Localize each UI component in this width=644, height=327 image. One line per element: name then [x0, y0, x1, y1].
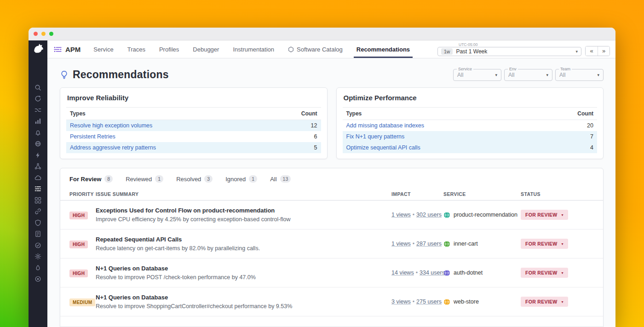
chevron-down-icon: ▾	[562, 242, 564, 246]
priority-badge: MEDIUM	[69, 298, 95, 306]
recommendation-type-row[interactable]: Address aggressive retry patterns 5	[66, 142, 321, 153]
metrics-icon[interactable]	[29, 116, 47, 127]
network-icon[interactable]	[29, 161, 47, 172]
service-link[interactable]: inner-cart	[443, 241, 521, 247]
type-link[interactable]: Add missing database indexes	[346, 122, 425, 129]
status-dropdown[interactable]: FOR REVIEW▾	[521, 239, 568, 249]
service-filter-label: Service	[457, 67, 473, 71]
issue-description: Resolve to improve ShoppingCartControlle…	[96, 303, 391, 310]
nav-debugger[interactable]: Debugger	[193, 40, 219, 58]
recommendation-type-row[interactable]: Persistent Retries 6	[66, 131, 321, 142]
recommendation-type-row[interactable]: Add missing database indexes 20	[343, 120, 598, 131]
env-filter-value: All	[508, 72, 514, 78]
service-link[interactable]: product-recommendation	[443, 212, 521, 218]
tab-all[interactable]: All 13	[270, 175, 291, 183]
status-dropdown[interactable]: FOR REVIEW▾	[521, 210, 568, 220]
type-link[interactable]: Persistent Retries	[70, 133, 115, 140]
tab-count-badge: 1	[249, 175, 257, 183]
recommendation-type-row[interactable]: Resolve high exception volumes 12	[66, 120, 321, 131]
zoom-window-button[interactable]	[49, 32, 53, 36]
recommendation-row[interactable]: HIGH Repeated Sequential API Calls Reduc…	[60, 229, 603, 258]
software-catalog-icon[interactable]	[29, 195, 47, 206]
chevron-down-icon: ▾	[597, 73, 599, 77]
users-link[interactable]: 287 users	[416, 241, 442, 247]
service-link[interactable]: web-store	[443, 298, 521, 305]
apm-icon[interactable]	[29, 184, 47, 195]
search-icon[interactable]	[29, 82, 47, 93]
status-dropdown[interactable]: FOR REVIEW▾	[521, 297, 568, 307]
nav-software-catalog[interactable]: Software Catalog	[288, 40, 343, 58]
card-table-header: Types Count	[66, 107, 321, 120]
improve-reliability-card: Improve Reliability Types Count Resolve …	[60, 87, 328, 159]
env-filter[interactable]: Env All ▾	[504, 69, 552, 81]
users-link[interactable]: 302 users	[416, 212, 442, 218]
nav-recommendations[interactable]: Recommendations	[356, 40, 410, 58]
tab-for-review[interactable]: For Review 8	[69, 175, 113, 183]
traces-icon[interactable]	[29, 104, 47, 116]
incidents-icon[interactable]	[29, 262, 47, 274]
recommendation-row[interactable]: HIGH N+1 Queries on Database Resolve to …	[60, 258, 603, 287]
time-range-badge: 1w	[441, 48, 453, 55]
issue-title: Exceptions Used for Control Flow on prod…	[96, 207, 391, 214]
time-range-picker[interactable]: 1w Past 1 Week ▾	[437, 47, 581, 56]
views-link[interactable]: 14 views	[391, 270, 414, 276]
notebooks-icon[interactable]	[29, 229, 47, 240]
minimize-window-button[interactable]	[41, 32, 46, 36]
events-icon[interactable]	[29, 149, 47, 161]
nav-traces[interactable]: Traces	[127, 40, 145, 58]
help-icon[interactable]	[29, 274, 47, 285]
service-filter[interactable]: Service All ▾	[453, 69, 501, 81]
monitors-icon[interactable]	[29, 127, 47, 138]
users-link[interactable]: 334 users	[420, 270, 445, 276]
serverless-icon[interactable]	[29, 172, 47, 184]
team-filter[interactable]: Team All ▾	[555, 69, 604, 81]
synthetics-icon[interactable]	[29, 138, 47, 150]
type-link[interactable]: Optimize sequential API calls	[346, 144, 420, 151]
recommendation-type-row[interactable]: Fix N+1 query patterns 7	[343, 131, 598, 142]
time-back-button[interactable]: «	[586, 46, 598, 56]
views-link[interactable]: 3 views	[391, 298, 411, 305]
lightbulb-icon	[60, 70, 69, 79]
service-column-header: SERVICE	[443, 191, 521, 197]
watchdog-icon[interactable]	[29, 93, 47, 105]
recommendation-row[interactable]: HIGH Exceptions Used for Control Flow on…	[60, 201, 603, 229]
time-forward-button[interactable]: »	[598, 46, 610, 56]
service-filter-value: All	[457, 72, 463, 78]
time-range-wrap: UTC-05:00 1w Past 1 Week ▾	[437, 42, 581, 56]
tab-ignored[interactable]: Ignored 1	[225, 175, 257, 183]
count-column-header: Count	[301, 110, 317, 117]
type-link[interactable]: Fix N+1 query patterns	[346, 133, 405, 140]
type-count: 6	[314, 133, 317, 140]
settings-gear-icon[interactable]	[29, 251, 47, 263]
status-dropdown[interactable]: FOR REVIEW▾	[521, 268, 568, 278]
views-link[interactable]: 1 views	[391, 212, 411, 218]
page-header: Recommendations Service All ▾ Env All ▾	[47, 58, 615, 87]
links-icon[interactable]	[29, 206, 47, 218]
service-globe-icon	[443, 298, 450, 305]
users-link[interactable]: 275 users	[416, 298, 442, 305]
nav-service[interactable]: Service	[93, 40, 113, 58]
security-icon[interactable]	[29, 217, 47, 229]
catalog-hexagon-icon	[288, 46, 294, 52]
nav-instrumentation[interactable]: Instrumentation	[233, 40, 274, 58]
recommendation-row[interactable]: MEDIUM N+1 Queries on Database Resolve t…	[60, 287, 603, 316]
page-title: Recommendations	[73, 69, 169, 81]
left-rail	[29, 40, 47, 327]
nav-profiles[interactable]: Profiles	[159, 40, 179, 58]
service-link[interactable]: auth-dotnet	[443, 270, 521, 276]
datadog-logo[interactable]	[31, 41, 45, 55]
close-window-button[interactable]	[34, 32, 38, 36]
recommendation-type-row[interactable]: Optimize sequential API calls 4	[343, 142, 598, 153]
nav-software-catalog-label: Software Catalog	[297, 46, 343, 53]
type-link[interactable]: Resolve high exception volumes	[70, 122, 152, 129]
tab-reviewed[interactable]: Reviewed 1	[126, 175, 163, 183]
time-range-label: Past 1 Week	[456, 48, 487, 55]
type-link[interactable]: Address aggressive retry patterns	[70, 144, 156, 151]
views-link[interactable]: 1 views	[391, 241, 411, 247]
priority-badge: HIGH	[69, 270, 88, 277]
team-filter-label: Team	[559, 67, 572, 71]
service-globe-icon	[443, 212, 450, 218]
list-column-headers: PRIORITY ISSUE SUMMARY IMPACT SERVICE ST…	[60, 189, 603, 201]
tab-resolved[interactable]: Resolved 3	[176, 175, 213, 183]
ci-icon[interactable]	[29, 240, 47, 251]
